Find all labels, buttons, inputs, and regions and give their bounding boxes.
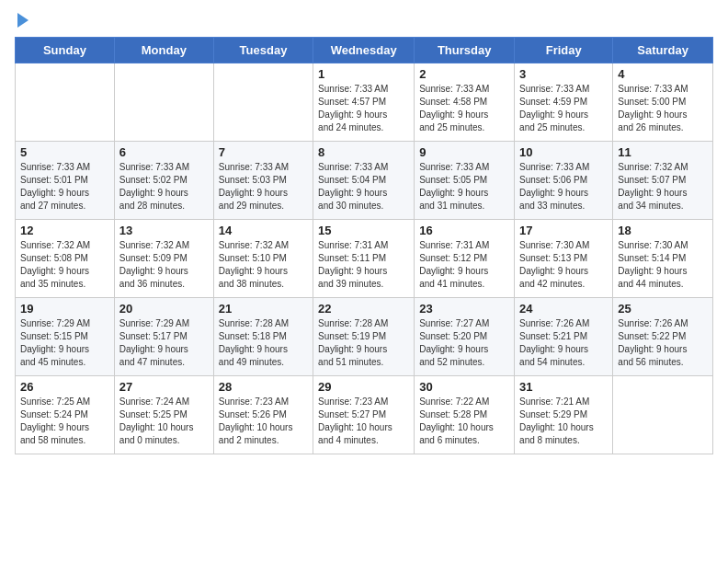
weekday-header: Monday [114, 38, 213, 63]
weekday-header: Tuesday [213, 38, 313, 63]
calendar-cell: 23Sunrise: 7:27 AM Sunset: 5:20 PM Dayli… [415, 298, 515, 376]
calendar-cell: 6Sunrise: 7:33 AM Sunset: 5:02 PM Daylig… [114, 142, 213, 220]
day-info: Sunrise: 7:31 AM Sunset: 5:11 PM Dayligh… [318, 239, 409, 291]
day-number: 12 [20, 224, 109, 237]
day-info: Sunrise: 7:28 AM Sunset: 5:18 PM Dayligh… [219, 317, 308, 369]
day-number: 14 [219, 224, 308, 237]
day-number: 25 [618, 302, 708, 316]
calendar-cell [16, 63, 115, 142]
calendar-cell: 13Sunrise: 7:32 AM Sunset: 5:09 PM Dayli… [114, 220, 213, 298]
calendar-cell: 27Sunrise: 7:24 AM Sunset: 5:25 PM Dayli… [114, 376, 213, 454]
day-number: 1 [318, 67, 409, 81]
calendar-body: 1Sunrise: 7:33 AM Sunset: 4:57 PM Daylig… [16, 63, 713, 454]
day-number: 24 [519, 302, 608, 316]
calendar-cell: 31Sunrise: 7:21 AM Sunset: 5:29 PM Dayli… [515, 376, 613, 454]
calendar-cell: 19Sunrise: 7:29 AM Sunset: 5:15 PM Dayli… [16, 298, 115, 376]
day-number: 16 [419, 224, 509, 237]
day-info: Sunrise: 7:22 AM Sunset: 5:28 PM Dayligh… [419, 396, 509, 447]
calendar-week-row: 12Sunrise: 7:32 AM Sunset: 5:08 PM Dayli… [16, 220, 713, 298]
calendar-cell: 14Sunrise: 7:32 AM Sunset: 5:10 PM Dayli… [213, 220, 313, 298]
day-info: Sunrise: 7:27 AM Sunset: 5:20 PM Dayligh… [419, 317, 509, 369]
day-number: 10 [519, 145, 608, 159]
day-number: 5 [20, 145, 109, 159]
calendar-cell: 8Sunrise: 7:33 AM Sunset: 5:04 PM Daylig… [313, 142, 415, 220]
day-number: 7 [219, 145, 308, 159]
header [15, 15, 713, 28]
calendar-week-row: 1Sunrise: 7:33 AM Sunset: 4:57 PM Daylig… [16, 63, 713, 142]
day-info: Sunrise: 7:28 AM Sunset: 5:19 PM Dayligh… [318, 317, 409, 369]
calendar-cell: 17Sunrise: 7:30 AM Sunset: 5:13 PM Dayli… [515, 220, 613, 298]
weekday-header: Friday [515, 38, 613, 63]
calendar-cell: 25Sunrise: 7:26 AM Sunset: 5:22 PM Dayli… [613, 298, 713, 376]
calendar-cell: 3Sunrise: 7:33 AM Sunset: 4:59 PM Daylig… [515, 63, 613, 142]
day-info: Sunrise: 7:25 AM Sunset: 5:24 PM Dayligh… [20, 396, 109, 447]
day-number: 31 [519, 380, 608, 394]
calendar-cell: 16Sunrise: 7:31 AM Sunset: 5:12 PM Dayli… [415, 220, 515, 298]
day-number: 15 [318, 224, 409, 237]
day-info: Sunrise: 7:21 AM Sunset: 5:29 PM Dayligh… [519, 396, 608, 447]
calendar-cell: 26Sunrise: 7:25 AM Sunset: 5:24 PM Dayli… [16, 376, 115, 454]
day-info: Sunrise: 7:29 AM Sunset: 5:15 PM Dayligh… [20, 317, 109, 369]
day-info: Sunrise: 7:23 AM Sunset: 5:27 PM Dayligh… [318, 396, 409, 447]
calendar-cell: 29Sunrise: 7:23 AM Sunset: 5:27 PM Dayli… [313, 376, 415, 454]
calendar-cell: 20Sunrise: 7:29 AM Sunset: 5:17 PM Dayli… [114, 298, 213, 376]
day-number: 19 [20, 302, 109, 316]
day-info: Sunrise: 7:33 AM Sunset: 5:03 PM Dayligh… [219, 161, 308, 213]
day-info: Sunrise: 7:33 AM Sunset: 5:05 PM Dayligh… [419, 161, 509, 213]
calendar-cell: 2Sunrise: 7:33 AM Sunset: 4:58 PM Daylig… [415, 63, 515, 142]
day-info: Sunrise: 7:24 AM Sunset: 5:25 PM Dayligh… [119, 396, 209, 447]
calendar-cell: 5Sunrise: 7:33 AM Sunset: 5:01 PM Daylig… [16, 142, 115, 220]
day-info: Sunrise: 7:26 AM Sunset: 5:21 PM Dayligh… [519, 317, 608, 369]
calendar-cell [213, 63, 313, 142]
logo-arrow-icon [17, 13, 28, 28]
day-number: 23 [419, 302, 509, 316]
day-info: Sunrise: 7:33 AM Sunset: 4:59 PM Dayligh… [519, 83, 608, 134]
calendar-cell: 9Sunrise: 7:33 AM Sunset: 5:05 PM Daylig… [415, 142, 515, 220]
day-info: Sunrise: 7:33 AM Sunset: 5:01 PM Dayligh… [20, 161, 109, 213]
day-number: 26 [20, 380, 109, 394]
weekday-header: Wednesday [313, 38, 415, 63]
calendar-week-row: 26Sunrise: 7:25 AM Sunset: 5:24 PM Dayli… [16, 376, 713, 454]
day-number: 4 [618, 67, 708, 81]
day-info: Sunrise: 7:33 AM Sunset: 4:57 PM Dayligh… [318, 83, 409, 134]
calendar-cell: 1Sunrise: 7:33 AM Sunset: 4:57 PM Daylig… [313, 63, 415, 142]
calendar-cell [613, 376, 713, 454]
calendar-cell: 22Sunrise: 7:28 AM Sunset: 5:19 PM Dayli… [313, 298, 415, 376]
calendar-cell: 12Sunrise: 7:32 AM Sunset: 5:08 PM Dayli… [16, 220, 115, 298]
day-number: 20 [119, 302, 209, 316]
calendar-cell [114, 63, 213, 142]
day-info: Sunrise: 7:33 AM Sunset: 4:58 PM Dayligh… [419, 83, 509, 134]
calendar-week-row: 5Sunrise: 7:33 AM Sunset: 5:01 PM Daylig… [16, 142, 713, 220]
day-info: Sunrise: 7:30 AM Sunset: 5:13 PM Dayligh… [519, 239, 608, 291]
logo [15, 15, 28, 28]
calendar-cell: 4Sunrise: 7:33 AM Sunset: 5:00 PM Daylig… [613, 63, 713, 142]
day-number: 30 [419, 380, 509, 394]
day-number: 21 [219, 302, 308, 316]
weekday-header: Saturday [613, 38, 713, 63]
day-number: 3 [519, 67, 608, 81]
day-number: 29 [318, 380, 409, 394]
day-info: Sunrise: 7:23 AM Sunset: 5:26 PM Dayligh… [219, 396, 308, 447]
day-info: Sunrise: 7:26 AM Sunset: 5:22 PM Dayligh… [618, 317, 708, 369]
day-number: 6 [119, 145, 209, 159]
day-number: 18 [618, 224, 708, 237]
day-number: 28 [219, 380, 308, 394]
day-info: Sunrise: 7:33 AM Sunset: 5:00 PM Dayligh… [618, 83, 708, 134]
calendar-cell: 10Sunrise: 7:33 AM Sunset: 5:06 PM Dayli… [515, 142, 613, 220]
calendar-cell: 18Sunrise: 7:30 AM Sunset: 5:14 PM Dayli… [613, 220, 713, 298]
calendar-cell: 21Sunrise: 7:28 AM Sunset: 5:18 PM Dayli… [213, 298, 313, 376]
weekday-header: Sunday [16, 38, 115, 63]
day-number: 8 [318, 145, 409, 159]
day-info: Sunrise: 7:32 AM Sunset: 5:09 PM Dayligh… [119, 239, 209, 291]
calendar-cell: 28Sunrise: 7:23 AM Sunset: 5:26 PM Dayli… [213, 376, 313, 454]
day-info: Sunrise: 7:33 AM Sunset: 5:02 PM Dayligh… [119, 161, 209, 213]
calendar-table: SundayMondayTuesdayWednesdayThursdayFrid… [15, 37, 713, 454]
day-info: Sunrise: 7:29 AM Sunset: 5:17 PM Dayligh… [119, 317, 209, 369]
day-info: Sunrise: 7:32 AM Sunset: 5:07 PM Dayligh… [618, 161, 708, 213]
day-number: 2 [419, 67, 509, 81]
day-number: 13 [119, 224, 209, 237]
day-number: 17 [519, 224, 608, 237]
day-number: 9 [419, 145, 509, 159]
day-number: 11 [618, 145, 708, 159]
day-info: Sunrise: 7:30 AM Sunset: 5:14 PM Dayligh… [618, 239, 708, 291]
